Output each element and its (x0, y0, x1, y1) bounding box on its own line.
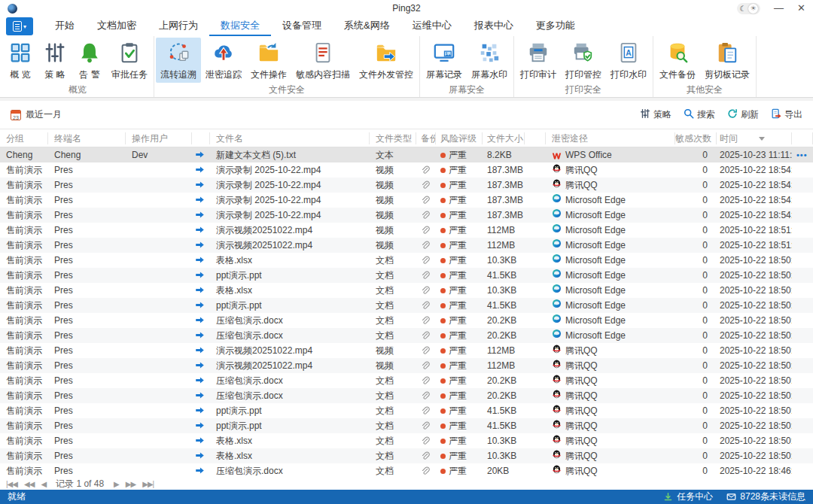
table-row[interactable]: 售前演示Pres演示视频20251022.mp4视频严重112MB腾讯QQ020… (0, 343, 813, 358)
table-row[interactable]: 售前演示Pres压缩包演示.docx文档严重20.2KBMicrosoft Ed… (0, 313, 813, 328)
column-header-terminal[interactable]: 终端名 (48, 132, 126, 144)
table-row[interactable]: 售前演示Pres压缩包演示.docx文档严重20.2KB腾讯QQ02025-10… (0, 373, 813, 388)
column-header-user[interactable]: 操作用户 (126, 132, 192, 144)
cell-group: 售前演示 (0, 283, 48, 298)
print-control-button[interactable]: 打印管控 (561, 38, 606, 83)
minimize-button[interactable]: — (774, 1, 784, 16)
column-header-size[interactable]: 文件大小 (483, 132, 525, 144)
column-header-arrow[interactable] (192, 132, 210, 144)
column-header-risk[interactable]: 风险评级 (436, 132, 483, 144)
column-header-more[interactable] (792, 132, 813, 144)
table-row[interactable]: 售前演示Pres表格.xlsx文档严重10.3KB腾讯QQ02025-10-22… (0, 433, 813, 448)
last-page-button[interactable]: ▶▶| (142, 480, 154, 488)
table-row[interactable]: 售前演示Pres演示录制 2025-10-22.mp4视频严重187.3MBMi… (0, 193, 813, 208)
table-row[interactable]: 售前演示Presppt演示.ppt文档严重41.5KB腾讯QQ02025-10-… (0, 418, 813, 433)
risk-dot-icon (440, 378, 446, 384)
column-header-spacer[interactable] (525, 132, 546, 144)
table-row[interactable]: 售前演示Pres演示录制 2025-10-22.mp4视频严重187.3MB腾讯… (0, 162, 813, 178)
record-count-label: 记录 1 of 48 (56, 478, 104, 490)
column-header-filetype[interactable]: 文件类型 (370, 132, 416, 144)
clipboard-record-button[interactable]: 剪切板记录 (700, 38, 754, 83)
table-row[interactable]: 售前演示Pres压缩包演示.docx文档严重20KB腾讯QQ02025-10-2… (0, 463, 813, 478)
column-header-group[interactable]: 分组 (0, 132, 48, 144)
cell-terminal: Pres (48, 448, 126, 463)
table-row[interactable]: 售前演示Pres演示视频20251022.mp4视频严重112MB腾讯QQ020… (0, 358, 813, 373)
next-page-button[interactable]: ▶▶ (126, 480, 136, 488)
file-outgoing-button[interactable]: 文件外发管控 (355, 38, 418, 83)
search-button[interactable]: 搜索 (684, 108, 715, 121)
table-row[interactable]: 售前演示Pres演示录制 2025-10-22.mp4视频严重187.3MBMi… (0, 208, 813, 223)
file-ops-button[interactable]: 文件操作 (246, 38, 291, 83)
policy-button[interactable]: 策略 (640, 108, 671, 121)
refresh-button[interactable]: 刷新 (727, 108, 759, 121)
print-watermark-button[interactable]: A打印水印 (606, 38, 651, 83)
overview-button[interactable]: 概 览 (3, 38, 38, 83)
flow-trace-button[interactable]: 流转追溯 (156, 38, 201, 83)
table-row[interactable]: 售前演示Pres演示录制 2025-10-22.mp4视频严重187.3MB腾讯… (0, 178, 813, 193)
file-backup-button[interactable]: 文件备份 (655, 38, 700, 83)
tab-web-behavior[interactable]: 上网行为 (148, 17, 209, 36)
cell-filetype: 文档 (370, 418, 416, 433)
more-actions-button[interactable]: ••• (792, 147, 813, 162)
moon-icon[interactable]: ☾ (739, 4, 746, 14)
column-header-backup[interactable]: 备份 (416, 132, 436, 144)
table-row[interactable]: 售前演示Presppt演示.ppt文档严重41.5KB腾讯QQ02025-10-… (0, 403, 813, 418)
column-header-filename[interactable]: 文件名 (210, 132, 370, 144)
tab-system-network[interactable]: 系统&网络 (333, 17, 401, 36)
tab-doc-encrypt[interactable]: 文档加密 (86, 17, 148, 36)
cell-count: 0 (675, 298, 717, 313)
cell-group: 售前演示 (0, 433, 48, 448)
approval-tasks-button[interactable]: 审批任务 (107, 38, 152, 83)
table-row[interactable]: 售前演示Pres压缩包演示.docx文档严重20.2KBMicrosoft Ed… (0, 328, 813, 343)
tab-data-security[interactable]: 数据安全 (209, 17, 271, 36)
printer-shield-icon (572, 41, 595, 66)
close-button[interactable]: ✕ (797, 1, 805, 16)
table-header[interactable]: 分组终端名操作用户文件名文件类型备份风险评级文件大小泄密途径敏感次数时间 (0, 129, 813, 147)
theme-toggle[interactable]: ☾ ☀ (737, 3, 760, 14)
cell-group: 售前演示 (0, 268, 48, 283)
screen-watermark-button[interactable]: 屏幕水印 (467, 38, 512, 83)
policy-button[interactable]: 策 略 (38, 38, 72, 83)
table-row[interactable]: 售前演示Presppt演示.ppt文档严重41.5KBMicrosoft Edg… (0, 298, 813, 313)
table-row[interactable]: 售前演示Pres表格.xlsx文档严重10.3KBMicrosoft Edge0… (0, 283, 813, 298)
table-row[interactable]: 售前演示Pres演示视频20251022.mp4视频严重112MBMicroso… (0, 223, 813, 238)
cell-group: 售前演示 (0, 208, 48, 223)
tab-device-mgmt[interactable]: 设备管理 (271, 17, 333, 36)
tab-start[interactable]: 开始 (44, 17, 86, 36)
alert-button[interactable]: 告 警 (72, 38, 107, 83)
tab-more-features[interactable]: 更多功能 (525, 17, 586, 36)
column-header-count[interactable]: 敏感次数 (675, 132, 717, 144)
screen-record-button[interactable]: 屏幕记录 (422, 38, 467, 83)
leak-track-button[interactable]: 泄密追踪 (201, 38, 246, 83)
table-row[interactable]: 售前演示Pres压缩包演示.docx文档严重20.2KB腾讯QQ02025-10… (0, 388, 813, 403)
sensitive-scan-button[interactable]: 敏感内容扫描 (291, 38, 355, 83)
date-range-picker[interactable]: 23 最近一月 (11, 108, 62, 121)
sun-icon[interactable]: ☀ (748, 4, 758, 14)
prev-record-button[interactable]: ◀ (41, 480, 46, 488)
export-button[interactable]: 导出 (771, 108, 802, 121)
table-row[interactable]: ChengChengDev新建文本文档 (5).txt文本严重8.2KBWPS … (0, 147, 813, 162)
table-row[interactable]: 售前演示Pres表格.xlsx文档严重10.3KB腾讯QQ02025-10-22… (0, 448, 813, 463)
column-header-time[interactable]: 时间 (717, 132, 792, 144)
sort-dropdown-icon[interactable] (759, 137, 765, 141)
first-page-button[interactable]: |◀◀ (6, 480, 17, 488)
cell-terminal: Pres (48, 253, 126, 268)
table-row[interactable]: 售前演示Pres表格.xlsx文档严重10.3KBMicrosoft Edge0… (0, 253, 813, 268)
column-header-channel[interactable]: 泄密途径 (546, 132, 675, 144)
prev-page-button[interactable]: ◀◀ (24, 480, 34, 488)
cell-count: 0 (675, 268, 717, 283)
cell-group: 售前演示 (0, 358, 48, 373)
unread-messages-button[interactable]: 8728条未读信息 (726, 490, 805, 503)
backup-paperclip-icon (416, 268, 436, 283)
tab-ops-center[interactable]: 运维中心 (401, 17, 463, 36)
table-row[interactable]: 售前演示Presppt演示.ppt文档严重41.5KBMicrosoft Edg… (0, 268, 813, 283)
print-audit-button[interactable]: 打印审计 (516, 38, 561, 83)
next-record-button[interactable]: ▶ (114, 480, 119, 488)
risk-dot-icon (440, 454, 446, 459)
risk-dot-icon (440, 258, 446, 263)
tab-report-center[interactable]: 报表中心 (463, 17, 525, 36)
app-menu-button[interactable]: ▾ (6, 17, 33, 35)
table-row[interactable]: 售前演示Pres演示视频20251022.mp4视频严重112MBMicroso… (0, 238, 813, 253)
cell-group: 售前演示 (0, 193, 48, 208)
task-center-button[interactable]: 任务中心 (663, 490, 713, 503)
